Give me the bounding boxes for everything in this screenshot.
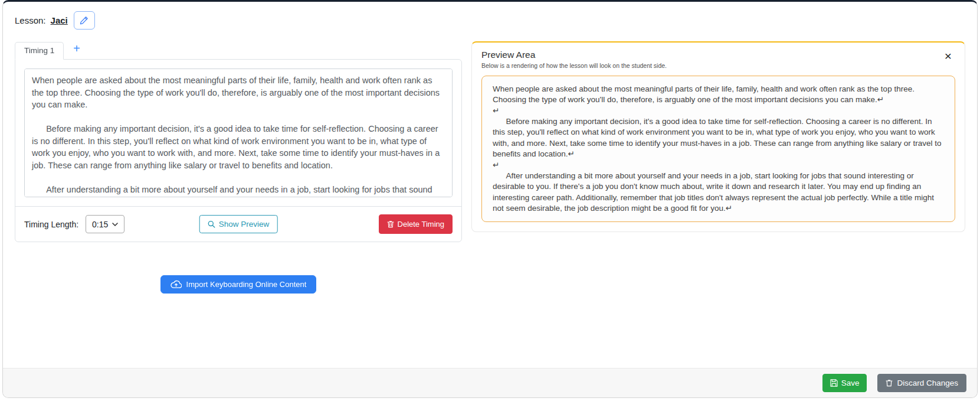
preview-title: Preview Area: [481, 50, 955, 60]
save-button[interactable]: Save: [822, 374, 867, 392]
delete-timing-button[interactable]: Delete Timing: [379, 214, 453, 234]
import-row: Import Keyboarding Online Content: [15, 242, 462, 294]
import-button-label: Import Keyboarding Online Content: [186, 280, 307, 289]
lesson-header: Lesson: Jaci: [15, 11, 965, 30]
trash-icon: [886, 379, 893, 387]
timing-length-value: 0:15: [92, 220, 108, 229]
main-content: Lesson: Jaci Timing 1 +: [3, 2, 977, 368]
import-keyboarding-content-button[interactable]: Import Keyboarding Online Content: [160, 275, 317, 294]
action-bar: Save Discard Changes: [3, 368, 977, 397]
timing-editor-body: When people are asked about the most mea…: [15, 60, 461, 206]
preview-subtitle: Below is a rendering of how the lesson w…: [481, 62, 955, 69]
edit-lesson-name-button[interactable]: [74, 11, 95, 30]
save-disk-icon: [830, 379, 838, 387]
lesson-text-input[interactable]: When people are asked about the most mea…: [24, 69, 453, 197]
timing-length-label: Timing Length:: [24, 220, 78, 229]
trash-icon: [387, 220, 394, 228]
timing-editor-card: When people are asked about the most mea…: [15, 59, 462, 242]
show-preview-button[interactable]: Show Preview: [199, 215, 278, 233]
save-button-label: Save: [841, 379, 860, 387]
chevron-down-icon: [112, 223, 118, 226]
lesson-editor-window: Lesson: Jaci Timing 1 +: [2, 0, 978, 398]
lesson-label: Lesson:: [15, 15, 46, 25]
editor-columns: Timing 1 + When people are asked about t…: [15, 41, 965, 294]
lesson-name: Jaci: [51, 15, 68, 25]
delete-timing-label: Delete Timing: [398, 220, 444, 229]
pencil-icon: [80, 16, 89, 25]
cloud-upload-icon: [171, 280, 182, 289]
show-preview-label: Show Preview: [219, 220, 270, 229]
preview-panel: Preview Area Below is a rendering of how…: [471, 41, 965, 232]
add-timing-tab-button[interactable]: +: [64, 41, 90, 59]
close-preview-button[interactable]: ×: [943, 48, 953, 63]
discard-changes-button[interactable]: Discard Changes: [877, 374, 966, 392]
timing-length-select[interactable]: 0:15: [86, 215, 124, 233]
timing-editor-column: Timing 1 + When people are asked about t…: [15, 41, 462, 294]
timing-tabs: Timing 1 +: [15, 41, 462, 59]
timing-editor-footer: Timing Length: 0:15: [15, 206, 461, 242]
discard-button-label: Discard Changes: [897, 379, 958, 387]
preview-content: When people are asked about the most mea…: [481, 76, 955, 222]
tab-timing-1[interactable]: Timing 1: [15, 42, 64, 60]
preview-column: Preview Area Below is a rendering of how…: [471, 41, 965, 232]
magnifier-icon: [208, 220, 215, 228]
